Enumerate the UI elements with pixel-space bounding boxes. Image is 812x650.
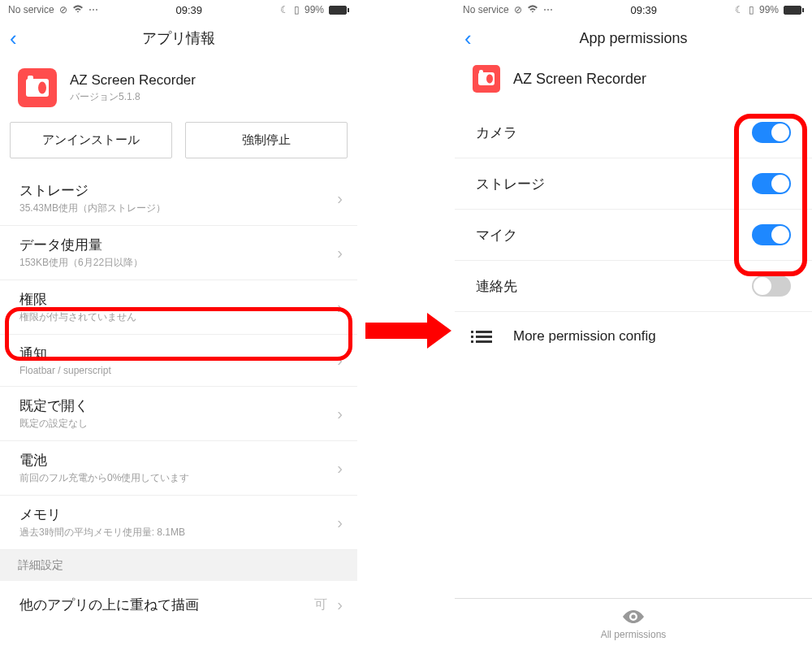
app-name: AZ Screen Recorder — [70, 72, 196, 89]
list-item-label: 電池 — [19, 451, 189, 470]
chevron-right-icon: › — [337, 189, 343, 208]
clock: 09:39 — [98, 4, 280, 16]
battery-pct: 99% — [759, 4, 779, 15]
no-sim-icon: ⊘ — [514, 4, 522, 15]
title-bar: ‹ アプリ情報 — [0, 20, 357, 57]
permission-storage: ストレージ — [455, 158, 812, 210]
permission-label: カメラ — [476, 124, 517, 142]
toggle-storage[interactable] — [752, 173, 791, 194]
bottom-bar[interactable]: All permissions — [455, 598, 812, 650]
status-bar: No service ⊘ ⋯ 09:39 ☾ ▯ 99% — [0, 0, 357, 20]
list-item-sub: 過去3時間の平均メモリ使用量: 8.1MB — [19, 526, 185, 540]
permission-label: 連絡先 — [476, 277, 517, 296]
app-icon — [473, 65, 500, 93]
value-text: 可 — [314, 596, 327, 613]
chevron-right-icon: › — [337, 596, 343, 614]
toggle-camera[interactable] — [752, 122, 791, 143]
list-item-sub: 153KB使用（6月22日以降） — [19, 256, 143, 270]
vibrate-icon: ▯ — [749, 4, 754, 15]
chevron-right-icon: › — [337, 514, 343, 532]
more-permission-label: More permission config — [513, 328, 656, 344]
list-item-open-by-default[interactable]: 既定で開く 既定の設定なし › — [0, 387, 357, 441]
back-button[interactable]: ‹ — [464, 26, 472, 51]
page-title: アプリ情報 — [0, 28, 357, 48]
more-permission-config[interactable]: More permission config — [455, 312, 812, 361]
permission-label: ストレージ — [476, 175, 545, 193]
status-bar: No service ⊘ ⋯ 09:39 ☾ ▯ 99% — [455, 0, 812, 20]
app-name: AZ Screen Recorder — [513, 71, 646, 88]
permission-microphone: マイク — [455, 210, 812, 261]
list-item-label: 既定で開く — [19, 396, 89, 415]
action-button-row: アンインストール 強制停止 — [0, 122, 357, 171]
list-item-notifications[interactable]: 通知 Floatbar / superscript › — [0, 335, 357, 387]
list-item-memory[interactable]: メモリ 過去3時間の平均メモリ使用量: 8.1MB › — [0, 496, 357, 550]
chevron-right-icon: › — [337, 351, 343, 370]
carrier-text: No service — [463, 4, 509, 15]
battery-pct: 99% — [304, 4, 324, 15]
list-item-label: データ使用量 — [19, 236, 143, 254]
list-item-label: メモリ — [19, 505, 185, 524]
phone-app-info: No service ⊘ ⋯ 09:39 ☾ ▯ 99% ‹ アプリ情報 AZ … — [0, 0, 357, 650]
clock: 09:39 — [553, 4, 735, 16]
list-item-label: 権限 — [19, 290, 136, 309]
list-item-label: 通知 — [19, 344, 111, 363]
list-item-draw-over-apps[interactable]: 他のアプリの上に重ねて描画 可 › — [0, 581, 357, 624]
annotation-arrow-container — [357, 0, 455, 650]
annotation-arrow-icon — [365, 313, 451, 349]
list-item-label: ストレージ — [19, 181, 166, 200]
back-button[interactable]: ‹ — [10, 26, 17, 51]
section-advanced-settings: 詳細設定 — [0, 550, 357, 581]
no-sim-icon: ⊘ — [59, 4, 67, 15]
list-item-data-usage[interactable]: データ使用量 153KB使用（6月22日以降） › — [0, 226, 357, 280]
chevron-right-icon: › — [337, 298, 343, 317]
list-item-permissions[interactable]: 権限 権限が付与されていません › — [0, 280, 357, 335]
chevron-right-icon: › — [337, 244, 343, 262]
list-item-sub: Floatbar / superscript — [19, 365, 111, 376]
list-item-sub: 既定の設定なし — [19, 417, 89, 431]
toggle-microphone[interactable] — [752, 224, 791, 245]
force-stop-button[interactable]: 強制停止 — [185, 122, 348, 158]
carrier-text: No service — [8, 4, 54, 15]
title-bar: ‹ App permissions — [455, 20, 812, 57]
permission-label: マイク — [476, 226, 517, 245]
app-header: AZ Screen Recorder — [455, 57, 812, 107]
app-header: AZ Screen Recorder バージョン5.1.8 — [0, 57, 357, 122]
wifi-icon — [72, 4, 84, 15]
vibrate-icon: ▯ — [294, 4, 300, 15]
uninstall-button[interactable]: アンインストール — [10, 122, 172, 158]
battery-icon — [329, 6, 349, 15]
list-item-battery[interactable]: 電池 前回のフル充電から0%使用しています › — [0, 441, 357, 496]
svg-point-0 — [631, 614, 635, 618]
page-title: App permissions — [455, 30, 812, 47]
chevron-right-icon: › — [337, 405, 343, 423]
wifi-icon — [527, 4, 538, 15]
app-version: バージョン5.1.8 — [70, 90, 196, 104]
more-icon: ⋯ — [89, 4, 98, 15]
list-item-sub: 権限が付与されていません — [19, 310, 136, 324]
moon-icon: ☾ — [735, 4, 744, 15]
list-item-storage[interactable]: ストレージ 35.43MB使用（内部ストレージ） › — [0, 171, 357, 226]
settings-list: ストレージ 35.43MB使用（内部ストレージ） › データ使用量 153KB使… — [0, 171, 357, 550]
list-item-sub: 35.43MB使用（内部ストレージ） — [19, 202, 166, 215]
phone-app-permissions: No service ⊘ ⋯ 09:39 ☾ ▯ 99% ‹ App permi… — [455, 0, 812, 650]
permission-camera: カメラ — [455, 107, 812, 158]
toggle-contacts[interactable] — [752, 275, 791, 297]
chevron-right-icon: › — [337, 459, 343, 478]
battery-icon — [784, 6, 804, 15]
bottom-bar-label: All permissions — [455, 629, 812, 640]
moon-icon: ☾ — [280, 4, 289, 15]
app-icon — [18, 68, 57, 107]
eye-icon — [455, 609, 812, 627]
more-icon: ⋯ — [543, 4, 553, 15]
list-lines-icon — [476, 331, 492, 343]
list-item-sub: 前回のフル充電から0%使用しています — [19, 471, 189, 485]
permission-contacts: 連絡先 — [455, 261, 812, 312]
list-item-label: 他のアプリの上に重ねて描画 — [19, 596, 199, 614]
